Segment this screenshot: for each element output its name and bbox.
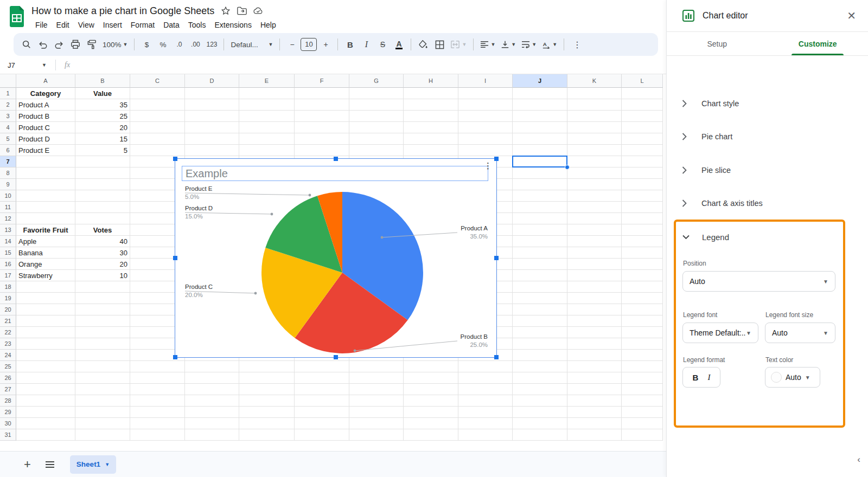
cell-J13[interactable] [513, 224, 567, 236]
cell-J23[interactable] [513, 338, 567, 350]
cell-I30[interactable] [458, 418, 513, 429]
increase-font-size-button[interactable]: + [318, 36, 333, 53]
position-dropdown[interactable]: Auto ▼ [682, 271, 835, 292]
undo-button[interactable] [35, 36, 50, 53]
cell-J27[interactable] [513, 384, 567, 395]
legend-font-dropdown[interactable]: Theme Default:... ▼ [682, 323, 758, 343]
cell-B5[interactable]: 15 [75, 133, 130, 145]
cell-A8[interactable] [16, 167, 75, 179]
cell-F3[interactable] [295, 111, 349, 122]
fill-color-button[interactable] [416, 36, 431, 53]
cell-C28[interactable] [130, 395, 185, 407]
sheet-tab-caret[interactable]: ▼ [105, 462, 110, 467]
cell-K20[interactable] [567, 304, 622, 315]
all-sheets-menu-icon[interactable] [45, 461, 55, 468]
cell-G5[interactable] [349, 133, 404, 145]
cell-D31[interactable] [185, 429, 239, 441]
row-header-23[interactable]: 23 [0, 338, 16, 350]
section-chart-style[interactable]: Chart style [682, 93, 853, 114]
cell-B18[interactable] [75, 281, 130, 293]
cell-K2[interactable] [567, 99, 622, 111]
section-chart-axis-titles[interactable]: Chart & axis titles [682, 193, 853, 214]
cell-A21[interactable] [16, 315, 75, 327]
cell-G1[interactable] [349, 88, 404, 99]
legend-italic-button[interactable]: I [708, 373, 711, 382]
cell-C29[interactable] [130, 407, 185, 418]
cell-D29[interactable] [185, 407, 239, 418]
cell-A29[interactable] [16, 407, 75, 418]
cell-L5[interactable] [622, 133, 663, 145]
cell-G25[interactable] [349, 361, 404, 372]
cell-F31[interactable] [295, 429, 349, 441]
cell-G31[interactable] [349, 429, 404, 441]
cell-B14[interactable]: 40 [75, 236, 130, 247]
cell-K18[interactable] [567, 281, 622, 293]
cell-B15[interactable]: 30 [75, 247, 130, 259]
cell-D6[interactable] [185, 145, 239, 156]
cell-A1[interactable]: Category [16, 88, 75, 99]
paint-format-button[interactable] [84, 36, 99, 53]
cell-J1[interactable] [513, 88, 567, 99]
cell-A28[interactable] [16, 395, 75, 407]
cell-B16[interactable]: 20 [75, 259, 130, 270]
horizontal-align-button[interactable]: ▼ [478, 36, 497, 53]
cell-A10[interactable] [16, 190, 75, 202]
cell-B17[interactable]: 10 [75, 270, 130, 281]
row-header-21[interactable]: 21 [0, 315, 16, 327]
format-currency-button[interactable]: $ [139, 36, 154, 53]
cell-J24[interactable] [513, 350, 567, 361]
cell-A19[interactable] [16, 293, 75, 304]
cell-C3[interactable] [130, 111, 185, 122]
row-header-3[interactable]: 3 [0, 111, 16, 122]
cell-C2[interactable] [130, 99, 185, 111]
row-header-24[interactable]: 24 [0, 350, 16, 361]
cell-A22[interactable] [16, 327, 75, 338]
cell-J19[interactable] [513, 293, 567, 304]
cell-G2[interactable] [349, 99, 404, 111]
cell-F6[interactable] [295, 145, 349, 156]
cell-B28[interactable] [75, 395, 130, 407]
cell-C30[interactable] [130, 418, 185, 429]
column-header-D[interactable]: D [185, 74, 239, 88]
row-header-27[interactable]: 27 [0, 384, 16, 395]
cell-E1[interactable] [239, 88, 295, 99]
chart-resize-handle[interactable] [173, 256, 177, 260]
move-folder-icon[interactable] [237, 6, 247, 16]
section-pie-slice[interactable]: Pie slice [682, 160, 853, 181]
row-header-2[interactable]: 2 [0, 99, 16, 111]
cell-L10[interactable] [622, 190, 663, 202]
cell-B22[interactable] [75, 327, 130, 338]
cell-L8[interactable] [622, 167, 663, 179]
menu-file[interactable]: File [31, 20, 52, 30]
cell-E3[interactable] [239, 111, 295, 122]
cell-E28[interactable] [239, 395, 295, 407]
cell-C4[interactable] [130, 122, 185, 133]
cell-A7[interactable] [16, 156, 75, 167]
cell-B31[interactable] [75, 429, 130, 441]
cell-K17[interactable] [567, 270, 622, 281]
cell-J8[interactable] [513, 167, 567, 179]
cell-L1[interactable] [622, 88, 663, 99]
redo-button[interactable] [52, 36, 67, 53]
cell-L22[interactable] [622, 327, 663, 338]
cell-L14[interactable] [622, 236, 663, 247]
cell-L15[interactable] [622, 247, 663, 259]
cell-I1[interactable] [458, 88, 513, 99]
cell-D1[interactable] [185, 88, 239, 99]
row-header-10[interactable]: 10 [0, 190, 16, 202]
cell-B26[interactable] [75, 372, 130, 384]
cell-B24[interactable] [75, 350, 130, 361]
zoom-dropdown[interactable]: 100%▼ [100, 36, 130, 53]
cell-H27[interactable] [404, 384, 458, 395]
cell-L31[interactable] [622, 429, 663, 441]
cell-A26[interactable] [16, 372, 75, 384]
chart-resize-handle[interactable] [334, 157, 338, 161]
column-header-J[interactable]: J [513, 74, 567, 88]
cell-K13[interactable] [567, 224, 622, 236]
row-header-5[interactable]: 5 [0, 133, 16, 145]
cell-K14[interactable] [567, 236, 622, 247]
cell-A20[interactable] [16, 304, 75, 315]
cell-K21[interactable] [567, 315, 622, 327]
cell-A9[interactable] [16, 179, 75, 190]
cell-I3[interactable] [458, 111, 513, 122]
